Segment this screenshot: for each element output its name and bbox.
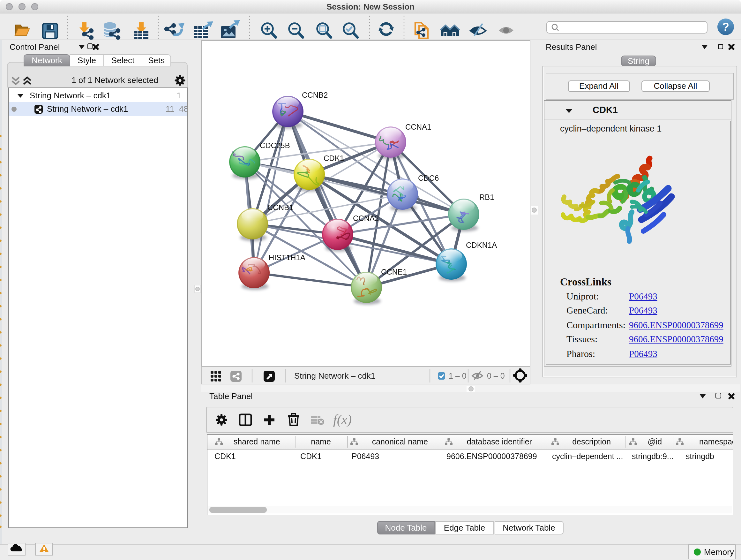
svg-text:RB1: RB1 [479, 193, 494, 201]
svg-text:CCNA2: CCNA2 [353, 214, 379, 223]
svg-text:0 – 0: 0 – 0 [487, 371, 504, 380]
svg-text:CCNB2: CCNB2 [301, 91, 327, 99]
svg-text:CDK1: CDK1 [323, 154, 344, 163]
svg-text:CDKN1A: CDKN1A [466, 241, 496, 249]
svg-text:?: ? [722, 20, 729, 33]
svg-text:1 – 0: 1 – 0 [448, 371, 466, 380]
svg-text:CDC6: CDC6 [418, 174, 439, 182]
svg-text:CCNB1: CCNB1 [267, 203, 293, 212]
svg-text:f(x): f(x) [333, 412, 351, 427]
svg-text:HIST1H1A: HIST1H1A [268, 253, 305, 262]
svg-text:String Network – cdk1: String Network – cdk1 [294, 371, 375, 380]
svg-text:CCNA1: CCNA1 [405, 123, 431, 131]
svg-text:CCNE1: CCNE1 [381, 267, 407, 276]
svg-text:CDC25B: CDC25B [259, 141, 290, 150]
